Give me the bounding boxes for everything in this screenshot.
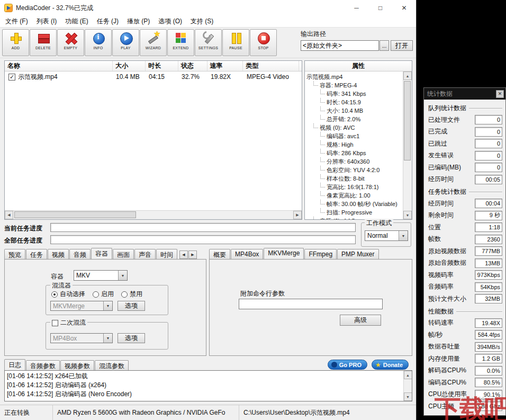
log-vscrollbar[interactable]: ▲ ▼ [403,371,412,401]
donate-button[interactable]: ★Donate [372,360,409,370]
tree-item[interactable]: 规格: High [305,140,403,149]
column-header-状态[interactable]: 状态 [178,61,207,71]
browse-button[interactable]: ... [380,40,389,51]
scroll-track[interactable] [13,211,293,219]
tree-item[interactable]: 宽高比: 16:9(1.78:1) [305,183,403,191]
toolbar-button-info[interactable]: INFO [85,29,112,56]
logtab-混流参数[interactable]: 混流参数 [95,360,129,370]
tree-item[interactable]: 分辨率: 640x360 [305,157,403,166]
scroll-track[interactable] [403,80,412,211]
minimize-button[interactable]: ─ [345,0,368,16]
toolbar-button-stop[interactable]: STOP [250,29,277,56]
tree-item[interactable]: 时长: 04:15.9 [305,98,403,106]
subtab-MKVMerge[interactable]: MKVMerge [264,248,304,259]
tab-预览[interactable]: 预览 [4,249,25,259]
radio-禁用[interactable]: 禁用 [121,290,142,299]
toolbar-button-settings[interactable]: SETTINGS [195,29,222,56]
dropdown-arrow-icon[interactable]: ▼ [118,271,127,280]
toolbar-button-add[interactable]: ADD [2,29,29,56]
menu-item-任务 (J)[interactable]: 任务 (J) [93,15,123,28]
output-path-input[interactable] [301,40,379,51]
logtab-音频参数[interactable]: 音频参数 [26,360,60,370]
subtab-PMP Muxer[interactable]: PMP Muxer [337,249,378,259]
go-pro-button[interactable]: Go PRO [328,360,367,370]
column-header-名称[interactable]: 名称 [5,61,113,71]
file-list-hscrollbar[interactable]: ◀ ▶ [5,210,302,219]
toolbar-button-wizard[interactable]: WIZARD [140,29,167,56]
radio-自动选择[interactable]: 自动选择 [51,290,85,299]
menu-item-选项 (O)[interactable]: 选项 (O) [154,15,186,28]
advanced-button[interactable]: 高级 [340,315,381,326]
tree-item[interactable]: 视频 (0): AVC [305,123,403,132]
column-header-类型[interactable]: 类型 [243,61,299,71]
tree-item[interactable]: 帧率: 30.00 帧/秒 (Variable) [305,200,403,208]
secondary-mux-checkbox[interactable] [52,320,58,326]
toolbar-button-extend[interactable]: EXTEND [167,29,194,56]
tree-item[interactable]: 示范视频.mp4 [305,73,403,81]
tab-视频[interactable]: 视频 [48,249,69,259]
tab-容器[interactable]: 容器 [91,248,112,259]
dropdown-arrow-icon[interactable]: ▼ [399,231,408,240]
secondary-options-button[interactable]: 选项 [118,333,145,343]
tab-声音[interactable]: 声音 [134,249,156,259]
subtab-概要[interactable]: 概要 [209,249,230,259]
scroll-down-button[interactable]: ▼ [403,211,412,219]
subtab-FFmpeg[interactable]: FFmpeg [304,249,337,259]
column-header-速率[interactable]: 速率 [207,61,243,71]
toolbar-button-pause[interactable]: PAUSE [222,29,249,56]
scroll-thumb[interactable] [14,211,136,218]
toolbar-button-play[interactable]: PLAY [112,29,139,56]
tree-item[interactable]: 码率: 341 Kbps [305,90,403,98]
properties-vscrollbar[interactable]: ▲ ▼ [403,72,412,219]
cmdline-input[interactable] [239,299,383,309]
column-header-大小[interactable]: 大小 [113,61,146,71]
scroll-thumb[interactable] [404,81,411,160]
tab-画面[interactable]: 画面 [113,249,134,259]
maximize-button[interactable]: □ [368,0,392,16]
tab-时间[interactable]: 时间 [156,249,177,259]
scroll-left-button[interactable]: ◀ [5,211,13,219]
tab-任务[interactable]: 任务 [26,249,47,259]
secondary-muxer-select[interactable]: MP4Box ▼ [50,333,113,343]
subtab-MP4Box[interactable]: MP4Box [231,249,263,259]
tree-item[interactable]: 像素宽高比: 1.00 [305,191,403,200]
tree-item[interactable]: 码率: 286 Kbps [305,149,403,157]
dropdown-arrow-icon[interactable]: ▼ [103,334,112,343]
statistics-close-button[interactable]: ✕ [496,90,504,98]
scroll-down-button[interactable]: ▼ [404,392,412,401]
menu-item-播放 (P)[interactable]: 播放 (P) [123,15,154,28]
tree-item[interactable]: 容器: MPEG-4 [305,81,403,90]
overall-task-progress-label: 全部任务进度 [4,236,42,245]
tab-scroll-right-button[interactable]: ▶ [188,251,197,259]
menu-item-支持 (S)[interactable]: 支持 (S) [186,15,218,28]
open-button[interactable]: 打开 [391,40,413,51]
column-header-时长[interactable]: 时长 [146,61,178,71]
menu-item-文件 (F)[interactable]: 文件 (F) [1,15,32,28]
tree-item[interactable]: 扫描: Progressive [305,208,403,217]
tree-item[interactable]: 总开销: 2.0% [305,115,403,123]
container-select[interactable]: MKV ▼ [74,270,128,281]
scroll-up-button[interactable]: ▲ [403,72,412,80]
tab-音频[interactable]: 音频 [69,249,91,259]
file-checkbox[interactable]: ✓ [8,74,15,81]
scroll-up-button[interactable]: ▲ [404,371,412,379]
tree-item[interactable]: 大小: 10.4 MB [305,106,403,115]
toolbar-button-delete[interactable]: DELETE [30,29,57,56]
tree-item[interactable]: 样本位数: 8-bit [305,174,403,183]
radio-启用[interactable]: 启用 [93,290,114,299]
close-button[interactable]: ✕ [392,0,416,16]
muxer-select[interactable]: MKVMerge ▼ [50,301,113,311]
menu-item-功能 (E)[interactable]: 功能 (E) [61,15,92,28]
work-mode-select[interactable]: Normal ▼ [365,230,408,241]
logtab-日志[interactable]: 日志 [4,359,25,370]
tree-item[interactable]: 编码器: avc1 [305,132,403,140]
menu-item-列表 (I)[interactable]: 列表 (I) [32,15,61,28]
tree-item[interactable]: 色彩空间: YUV 4:2:0 [305,166,403,174]
tab-scroll-left-button[interactable]: ◀ [179,251,188,259]
dropdown-arrow-icon[interactable]: ▼ [103,301,112,310]
muxer-options-button[interactable]: 选项 [118,301,145,311]
toolbar-button-empty[interactable]: EMPTY [57,29,84,56]
logtab-视频参数[interactable]: 视频参数 [60,360,94,370]
file-row[interactable]: ✓示范视频.mp410.4 MB04:1532.7%19.82XMPEG-4 V… [5,72,302,82]
scroll-right-button[interactable]: ▶ [293,211,302,219]
